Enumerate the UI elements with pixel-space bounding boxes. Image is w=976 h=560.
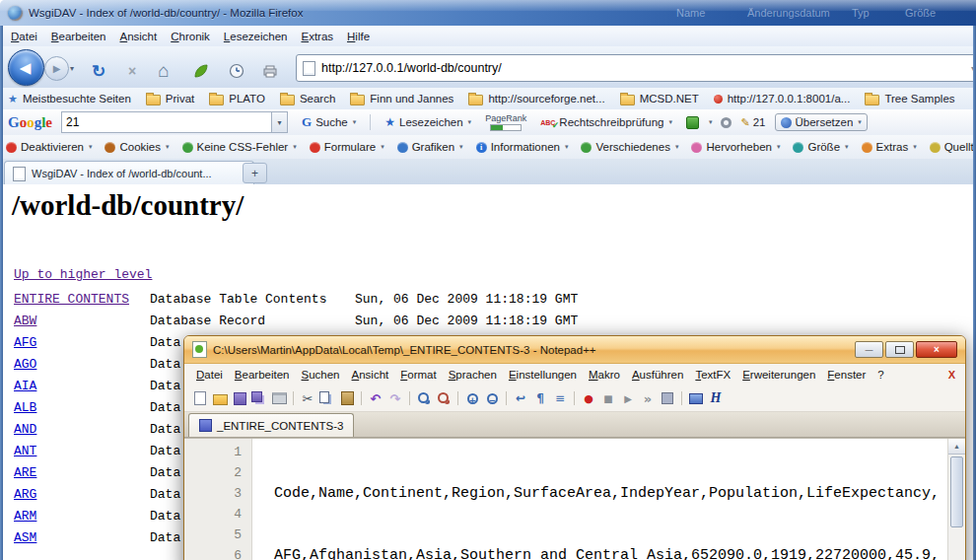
- dir-link-ant[interactable]: ANT: [14, 441, 150, 462]
- minimize-button[interactable]: —: [855, 341, 883, 358]
- webdev-quelltext[interactable]: Quelltext▾: [930, 141, 976, 153]
- menu-ansicht[interactable]: Ansicht: [113, 29, 165, 44]
- editor-area[interactable]: 1 2 3 4 5 6 Code,Name,Continent,Region,S…: [184, 438, 965, 560]
- google-bookmarks-button[interactable]: ★Lesezeichen▾: [380, 113, 476, 131]
- new-icon[interactable]: [191, 390, 209, 407]
- translate-button[interactable]: Übersetzen▾: [775, 113, 868, 131]
- google-search-button[interactable]: GSuche▾: [297, 112, 361, 132]
- webdev-formulare[interactable]: Formulare▾: [310, 141, 384, 153]
- search-history-dropdown-icon[interactable]: ▾: [271, 112, 287, 132]
- zoom-in-icon[interactable]: [463, 390, 481, 407]
- autofill-icon[interactable]: [686, 116, 699, 129]
- spellcheck-button[interactable]: ABCRechtschreibprüfung▾: [535, 114, 677, 130]
- line-number-gutter[interactable]: 1 2 3 4 5 6: [184, 439, 252, 560]
- play-icon[interactable]: [619, 390, 637, 407]
- show-symbols-icon[interactable]: [531, 390, 549, 407]
- bookmark-privat[interactable]: Privat: [146, 93, 194, 105]
- forward-button[interactable]: ▶: [44, 56, 69, 81]
- pagerank-indicator[interactable]: PageRank: [485, 113, 526, 131]
- npp-menu-datei[interactable]: Datei: [190, 367, 229, 383]
- url-input[interactable]: [321, 61, 965, 75]
- indent-guide-icon[interactable]: [551, 390, 569, 407]
- history-clock-icon[interactable]: [225, 60, 248, 82]
- npp-menu-makro[interactable]: Makro: [583, 367, 626, 383]
- google-search-input[interactable]: [62, 115, 271, 129]
- npp-menu-bearbeiten[interactable]: Bearbeiten: [229, 367, 296, 383]
- menu-bearbeiten[interactable]: Bearbeiten: [44, 29, 113, 44]
- dir-link-abw[interactable]: ABW: [14, 311, 150, 332]
- webdev-verschiedenes[interactable]: Verschiedenes▾: [581, 141, 678, 153]
- save-macro-icon[interactable]: [659, 390, 676, 407]
- dir-link-are[interactable]: ARE: [14, 462, 150, 484]
- dir-link-arm[interactable]: ARM: [14, 506, 150, 527]
- redo-icon[interactable]: [386, 390, 404, 407]
- npp-menu-fenster[interactable]: Fenster: [821, 367, 871, 383]
- npp-menu-format[interactable]: Format: [394, 367, 442, 383]
- new-tab-button[interactable]: +: [243, 163, 267, 183]
- history-dropdown-icon[interactable]: ▾: [70, 64, 74, 73]
- print-icon[interactable]: [270, 390, 288, 407]
- options-icon[interactable]: [721, 117, 732, 128]
- bookmark-most-visited[interactable]: ★Meistbesuchte Seiten: [8, 93, 131, 105]
- close-document-x[interactable]: X: [948, 369, 955, 381]
- npp-tab-entire-contents[interactable]: _ENTIRE_CONTENTS-3: [188, 413, 354, 437]
- webdev-css[interactable]: Keine CSS-Fehler▾: [182, 141, 297, 153]
- bookmark-mcsd[interactable]: MCSD.NET: [620, 93, 699, 105]
- back-button[interactable]: ◀: [8, 49, 44, 86]
- npp-menu-suchen[interactable]: Suchen: [296, 367, 346, 383]
- webdev-deaktivieren[interactable]: Deaktivieren▾: [6, 141, 92, 153]
- play-multi-icon[interactable]: [639, 390, 657, 407]
- cut-icon[interactable]: [299, 390, 316, 407]
- save-icon[interactable]: [231, 390, 248, 407]
- menu-chronik[interactable]: Chronik: [164, 29, 217, 44]
- up-to-higher-level-link[interactable]: Up to higher level: [14, 267, 152, 282]
- record-icon[interactable]: [580, 390, 597, 407]
- npp-menu-sprachen[interactable]: Sprachen: [443, 367, 503, 383]
- webdev-groesse[interactable]: Größe▾: [793, 141, 848, 153]
- word-wrap-icon[interactable]: [512, 390, 529, 407]
- paste-icon[interactable]: [338, 390, 356, 407]
- bookmark-search[interactable]: Search: [280, 93, 335, 105]
- save-all-icon[interactable]: [250, 390, 268, 407]
- greasemonkey-icon[interactable]: [189, 60, 213, 82]
- notes-button[interactable]: ✎21: [740, 116, 765, 129]
- doc-monitor-icon[interactable]: [687, 390, 705, 407]
- dir-link-arg[interactable]: ARG: [14, 484, 150, 506]
- npp-menu-ausfuehren[interactable]: Ausführen: [626, 367, 689, 383]
- notepad-titlebar[interactable]: C:\Users\Martin\AppData\Local\Temp\_ENTI…: [184, 336, 965, 364]
- scroll-up-button[interactable]: ▲: [948, 439, 965, 455]
- tab-wsgidav[interactable]: WsgiDAV - Index of /world-db/count...: [4, 161, 254, 185]
- webdev-extras[interactable]: Extras▾: [862, 141, 917, 153]
- dir-link-aia[interactable]: AIA: [14, 376, 150, 397]
- home-button[interactable]: ⌂: [152, 60, 175, 82]
- dir-link-alb[interactable]: ALB: [14, 397, 150, 419]
- menu-extras[interactable]: Extras: [294, 29, 340, 44]
- dir-link-afg[interactable]: AFG: [14, 332, 150, 354]
- copy-icon[interactable]: [318, 390, 336, 407]
- bookmark-localhost-8001[interactable]: http://127.0.0.1:8001/a...: [714, 93, 851, 105]
- chevron-down-icon[interactable]: ▾: [709, 118, 713, 126]
- npp-menu-help[interactable]: ?: [871, 367, 889, 383]
- scrollbar-thumb[interactable]: [950, 456, 963, 527]
- menu-datei[interactable]: Datei: [4, 29, 44, 44]
- dir-link-ago[interactable]: AGO: [14, 354, 150, 376]
- h-viewer-icon[interactable]: [707, 390, 725, 407]
- webdev-grafiken[interactable]: Grafiken▾: [397, 141, 463, 153]
- bookmark-sourceforge[interactable]: http://sourceforge.net...: [468, 93, 604, 105]
- webdev-hervorheben[interactable]: Hervorheben▾: [691, 141, 780, 153]
- dir-link-asm[interactable]: ASM: [14, 527, 150, 549]
- code-text[interactable]: Code,Name,Continent,Region,SurfaceArea,I…: [252, 439, 947, 560]
- replace-icon[interactable]: [435, 390, 453, 407]
- dir-link-entire-contents[interactable]: ENTIRE CONTENTS: [14, 289, 150, 311]
- bookmark-finn-und-jannes[interactable]: Finn und Jannes: [350, 93, 453, 105]
- npp-menu-ansicht[interactable]: Ansicht: [346, 367, 395, 383]
- menu-hilfe[interactable]: Hilfe: [340, 29, 377, 44]
- bookmark-tree-samples[interactable]: Tree Samples: [865, 93, 954, 105]
- google-logo[interactable]: Google: [8, 114, 52, 131]
- open-icon[interactable]: [211, 390, 229, 407]
- zoom-out-icon[interactable]: [483, 390, 501, 407]
- maximize-button[interactable]: [885, 341, 914, 358]
- webdev-informationen[interactable]: iInformationen▾: [476, 141, 569, 153]
- menu-lesezeichen[interactable]: Lesezeichen: [217, 29, 295, 44]
- npp-menu-einstellungen[interactable]: Einstellungen: [503, 367, 583, 383]
